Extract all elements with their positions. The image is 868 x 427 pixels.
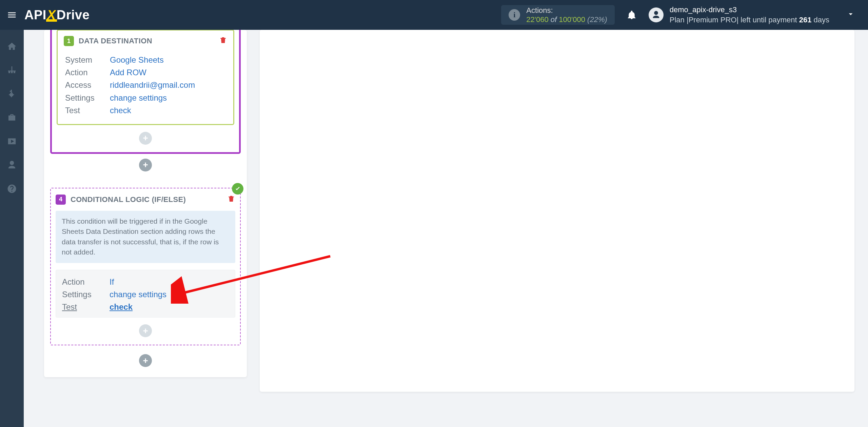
link-settings[interactable]: change settings	[110, 92, 167, 104]
condition-body: ActionIf Settingschange settings Testche…	[56, 270, 235, 318]
label-test: Test	[62, 301, 110, 313]
link-action[interactable]: Add ROW	[110, 66, 146, 79]
nav-account-icon[interactable]	[6, 159, 18, 171]
status-check-icon	[232, 183, 243, 195]
nav-home-icon[interactable]	[6, 41, 18, 52]
nav-billing-icon[interactable]	[6, 88, 18, 100]
label-settings: Settings	[65, 92, 110, 104]
side-nav	[0, 30, 24, 427]
label-settings: Settings	[62, 288, 110, 301]
brand-drive: Drive	[57, 8, 90, 22]
actions-label: Actions:	[526, 6, 607, 15]
link-action[interactable]: If	[110, 276, 114, 288]
user-plan-prefix: Plan |Premium PRO| left until payment	[670, 16, 799, 24]
info-icon: i	[509, 9, 520, 21]
add-inside-button[interactable]: +	[139, 324, 152, 337]
page: 1 DATA DESTINATION SystemGoogle Sheets A…	[24, 30, 868, 427]
user-menu[interactable]: demo_apix-drive_s3 Plan |Premium PRO| le…	[649, 5, 868, 25]
link-test[interactable]: check	[110, 104, 131, 117]
actions-total: 100'000	[559, 15, 585, 24]
link-settings[interactable]: change settings	[110, 288, 166, 301]
right-panel	[260, 30, 854, 392]
nav-video-icon[interactable]	[6, 136, 18, 147]
data-destination-box: 1 DATA DESTINATION SystemGoogle Sheets A…	[57, 30, 234, 125]
step-title: DATA DESTINATION	[79, 37, 152, 45]
label-action: Action	[65, 66, 110, 79]
actions-counter[interactable]: i Actions: 22'060 of 100'000 (22%)	[501, 5, 614, 25]
label-action: Action	[62, 276, 110, 288]
label-system: System	[65, 54, 110, 66]
actions-percent: (22%)	[587, 15, 607, 24]
step-number-badge: 4	[56, 195, 66, 205]
nav-help-icon[interactable]	[6, 183, 18, 195]
brand-x: X	[47, 8, 56, 22]
notifications-button[interactable]	[624, 10, 639, 20]
chevron-down-icon	[847, 11, 854, 19]
nav-connections-icon[interactable]	[6, 64, 18, 76]
step-title: CONDITIONAL LOGIC (IF/ELSE)	[71, 195, 186, 204]
link-access[interactable]: riddleandrii@gmail.com	[110, 79, 195, 91]
delete-step-button[interactable]	[219, 36, 227, 46]
link-system[interactable]: Google Sheets	[110, 54, 164, 66]
add-below-button[interactable]: +	[139, 354, 152, 367]
nav-briefcase-icon[interactable]	[6, 112, 18, 123]
step-number-badge: 1	[64, 36, 74, 46]
menu-button[interactable]	[0, 0, 24, 30]
data-destination-block: 1 DATA DESTINATION SystemGoogle Sheets A…	[50, 30, 241, 154]
user-name: demo_apix-drive_s3	[670, 5, 829, 15]
label-test: Test	[65, 104, 110, 117]
top-bar: API X Drive i Actions: 22'060 of 100'000…	[0, 0, 868, 30]
user-plan-suffix: days	[811, 16, 829, 24]
brand-logo[interactable]: API X Drive	[24, 8, 90, 22]
actions-used: 22'060	[526, 15, 548, 24]
brand-api: API	[24, 8, 46, 22]
link-check[interactable]: check	[110, 301, 133, 313]
workflow-card: 1 DATA DESTINATION SystemGoogle Sheets A…	[44, 30, 247, 377]
label-access: Access	[65, 79, 110, 91]
condition-note: This condition will be triggered if in t…	[56, 211, 235, 263]
add-inside-button[interactable]: +	[139, 132, 152, 145]
delete-step-button[interactable]	[227, 195, 235, 204]
conditional-logic-block: 4 CONDITIONAL LOGIC (IF/ELSE) This condi…	[50, 188, 241, 345]
add-between-button[interactable]: +	[139, 159, 152, 171]
avatar-icon	[649, 7, 664, 22]
user-days: 261	[799, 16, 812, 24]
